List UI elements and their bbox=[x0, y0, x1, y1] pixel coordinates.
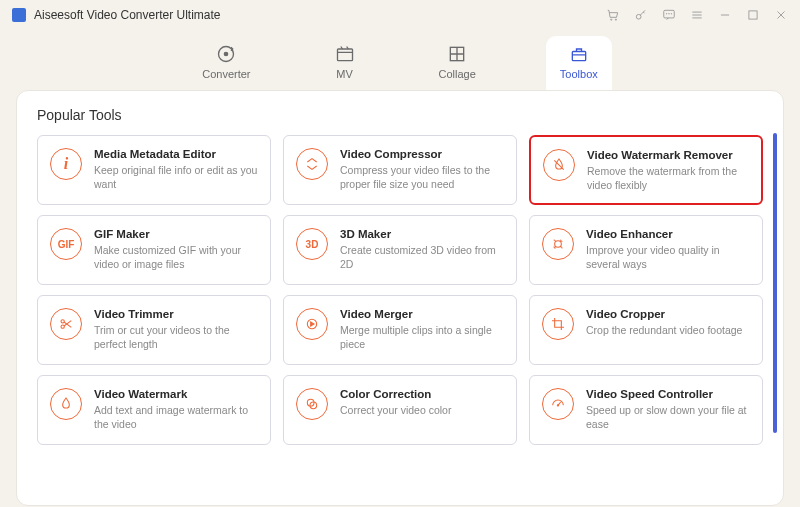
card-desc: Remove the watermark from the video flex… bbox=[587, 164, 749, 192]
svg-point-1 bbox=[615, 19, 616, 20]
mv-icon bbox=[335, 44, 355, 64]
tab-toolbox[interactable]: Toolbox bbox=[546, 36, 612, 90]
card-desc: Create customized 3D video from 2D bbox=[340, 243, 504, 271]
tool-card[interactable]: Video Watermark RemoverRemove the waterm… bbox=[529, 135, 763, 205]
info-icon: i bbox=[50, 148, 82, 180]
enhance-icon bbox=[542, 228, 574, 260]
3d-icon: 3D bbox=[296, 228, 328, 260]
app-title: Aiseesoft Video Converter Ultimate bbox=[34, 8, 221, 22]
cart-icon[interactable] bbox=[606, 8, 620, 22]
svg-point-4 bbox=[666, 14, 667, 15]
nowater-icon bbox=[543, 149, 575, 181]
card-body: Media Metadata EditorKeep original file … bbox=[94, 148, 258, 191]
card-title: 3D Maker bbox=[340, 228, 504, 240]
tool-card[interactable]: Color CorrectionCorrect your video color bbox=[283, 375, 517, 445]
main-panel: Popular Tools iMedia Metadata EditorKeep… bbox=[16, 90, 784, 506]
card-body: Video TrimmerTrim or cut your videos to … bbox=[94, 308, 258, 351]
card-title: Video Merger bbox=[340, 308, 504, 320]
svg-point-5 bbox=[669, 14, 670, 15]
card-title: Video Cropper bbox=[586, 308, 750, 320]
tab-collage[interactable]: Collage bbox=[425, 36, 490, 90]
water-icon bbox=[50, 388, 82, 420]
card-desc: Trim or cut your videos to the perfect l… bbox=[94, 323, 258, 351]
menu-icon[interactable] bbox=[690, 8, 704, 22]
card-body: Video Speed ControllerSpeed up or slow d… bbox=[586, 388, 750, 431]
tab-label: Converter bbox=[202, 68, 250, 80]
key-icon[interactable] bbox=[634, 8, 648, 22]
tool-card[interactable]: Video WatermarkAdd text and image waterm… bbox=[37, 375, 271, 445]
color-icon bbox=[296, 388, 328, 420]
svg-point-9 bbox=[225, 52, 228, 55]
compress-icon bbox=[296, 148, 328, 180]
collage-icon bbox=[447, 44, 467, 64]
crop-icon bbox=[542, 308, 574, 340]
tool-card[interactable]: GIFGIF MakerMake customized GIF with you… bbox=[37, 215, 271, 285]
maximize-icon[interactable] bbox=[746, 8, 760, 22]
card-title: Color Correction bbox=[340, 388, 504, 400]
svg-point-6 bbox=[671, 14, 672, 15]
title-left: Aiseesoft Video Converter Ultimate bbox=[12, 8, 221, 22]
app-logo-icon bbox=[12, 8, 26, 22]
card-title: Video Speed Controller bbox=[586, 388, 750, 400]
svg-rect-10 bbox=[337, 49, 352, 61]
card-title: Video Compressor bbox=[340, 148, 504, 160]
speed-icon bbox=[542, 388, 574, 420]
trim-icon bbox=[50, 308, 82, 340]
merge-icon bbox=[296, 308, 328, 340]
scrollbar[interactable] bbox=[773, 133, 777, 433]
card-body: Video EnhancerImprove your video quality… bbox=[586, 228, 750, 271]
card-body: Video MergerMerge multiple clips into a … bbox=[340, 308, 504, 351]
tab-converter[interactable]: Converter bbox=[188, 36, 264, 90]
svg-point-2 bbox=[636, 14, 641, 19]
card-title: Media Metadata Editor bbox=[94, 148, 258, 160]
toolbox-icon bbox=[569, 44, 589, 64]
tool-card[interactable]: Video CropperCrop the redundant video fo… bbox=[529, 295, 763, 365]
tool-card[interactable]: 3D3D MakerCreate customized 3D video fro… bbox=[283, 215, 517, 285]
card-desc: Add text and image watermark to the vide… bbox=[94, 403, 258, 431]
svg-point-19 bbox=[557, 405, 558, 406]
card-body: Video WatermarkAdd text and image waterm… bbox=[94, 388, 258, 431]
svg-rect-7 bbox=[749, 11, 757, 19]
tool-card[interactable]: Video CompressorCompress your video file… bbox=[283, 135, 517, 205]
card-title: Video Enhancer bbox=[586, 228, 750, 240]
title-right bbox=[606, 8, 788, 22]
svg-rect-12 bbox=[572, 52, 585, 61]
card-desc: Improve your video quality in several wa… bbox=[586, 243, 750, 271]
tab-label: Collage bbox=[439, 68, 476, 80]
gif-icon: GIF bbox=[50, 228, 82, 260]
tab-label: MV bbox=[336, 68, 353, 80]
tool-card[interactable]: Video Speed ControllerSpeed up or slow d… bbox=[529, 375, 763, 445]
card-desc: Make customized GIF with your video or i… bbox=[94, 243, 258, 271]
card-desc: Compress your video files to the proper … bbox=[340, 163, 504, 191]
tools-grid: iMedia Metadata EditorKeep original file… bbox=[37, 135, 763, 445]
tab-bar: Converter MV Collage Toolbox bbox=[0, 30, 800, 90]
card-body: Video Watermark RemoverRemove the waterm… bbox=[587, 149, 749, 192]
section-title: Popular Tools bbox=[37, 107, 763, 123]
card-body: 3D MakerCreate customized 3D video from … bbox=[340, 228, 504, 271]
tool-card[interactable]: iMedia Metadata EditorKeep original file… bbox=[37, 135, 271, 205]
card-title: Video Trimmer bbox=[94, 308, 258, 320]
card-body: GIF MakerMake customized GIF with your v… bbox=[94, 228, 258, 271]
card-title: GIF Maker bbox=[94, 228, 258, 240]
minimize-icon[interactable] bbox=[718, 8, 732, 22]
card-desc: Keep original file info or edit as you w… bbox=[94, 163, 258, 191]
card-title: Video Watermark bbox=[94, 388, 258, 400]
tool-card[interactable]: Video MergerMerge multiple clips into a … bbox=[283, 295, 517, 365]
card-desc: Correct your video color bbox=[340, 403, 504, 417]
card-body: Color CorrectionCorrect your video color bbox=[340, 388, 504, 417]
card-title: Video Watermark Remover bbox=[587, 149, 749, 161]
card-desc: Merge multiple clips into a single piece bbox=[340, 323, 504, 351]
card-body: Video CompressorCompress your video file… bbox=[340, 148, 504, 191]
feedback-icon[interactable] bbox=[662, 8, 676, 22]
tab-label: Toolbox bbox=[560, 68, 598, 80]
title-bar: Aiseesoft Video Converter Ultimate bbox=[0, 0, 800, 30]
tool-card[interactable]: Video TrimmerTrim or cut your videos to … bbox=[37, 295, 271, 365]
svg-point-0 bbox=[611, 19, 612, 20]
tool-card[interactable]: Video EnhancerImprove your video quality… bbox=[529, 215, 763, 285]
card-desc: Speed up or slow down your file at ease bbox=[586, 403, 750, 431]
close-icon[interactable] bbox=[774, 8, 788, 22]
card-body: Video CropperCrop the redundant video fo… bbox=[586, 308, 750, 337]
card-desc: Crop the redundant video footage bbox=[586, 323, 750, 337]
tab-mv[interactable]: MV bbox=[321, 36, 369, 90]
converter-icon bbox=[216, 44, 236, 64]
